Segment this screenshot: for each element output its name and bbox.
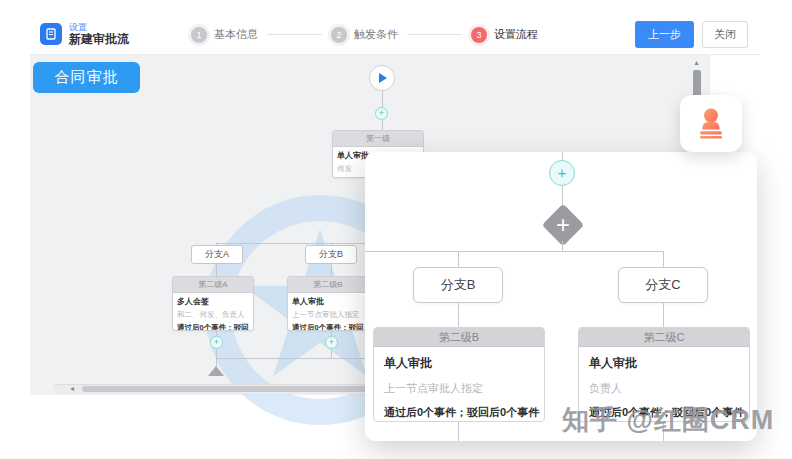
play-icon [379,73,387,83]
stamp-icon [693,106,729,142]
step-set-flow[interactable]: 3 设置流程 [471,27,538,43]
flow-name-badge: 合同审批 [33,62,140,93]
node-card-level2b[interactable]: 第二级B 单人审批 上一节点审批人指定 通过后0个事件；驳回后0个事件 [373,327,545,422]
add-node-button[interactable]: + [325,336,338,349]
previous-step-button[interactable]: 上一步 [635,21,694,48]
app-identity: 设置 新建审批流 [40,22,129,46]
plus-icon: + [556,213,570,237]
add-node-button[interactable]: + [549,160,575,186]
branch-line [216,243,370,244]
node-card-level2a[interactable]: 第二级A 多人会签 和二、何发、负责人 通过后0个事件；驳回后0个事件 [172,276,254,331]
approver: 和二、何发、负责人 [177,310,249,320]
topbar-buttons: 上一步 关闭 [635,21,748,48]
connector-line [331,264,332,276]
node-card-level2b[interactable]: 第二级B 单人审批 上一节点审批人指定 通过后0个事件；驳回后0个事件 [287,276,369,331]
connector-line [562,152,563,160]
approver: 负责人 [589,381,739,396]
step-number: 1 [191,27,207,43]
connector-line [663,303,664,327]
connector-line [458,251,459,267]
topbar: 设置 新建审批流 1 基本信息 2 触发条件 3 设置流程 上一步 关闭 [30,15,760,55]
add-node-button[interactable]: + [210,336,223,349]
events-summary: 通过后0个事件；驳回后0个事件 [292,323,364,331]
branch-line [365,251,664,252]
step-label: 设置流程 [494,27,538,42]
connector-line [382,120,383,130]
step-trigger-condition[interactable]: 2 触发条件 [331,27,398,43]
step-number: 2 [331,27,347,43]
connector-line [458,303,459,327]
branch-node-a[interactable]: 分支A [191,245,243,264]
stamp-card [680,95,742,152]
node-card-header: 第二级A [173,277,253,293]
connector-line [458,422,459,441]
step-label: 基本信息 [214,27,258,42]
step-connector [407,34,462,35]
app-icon [40,23,62,45]
approval-type: 多人会签 [177,296,249,307]
step-connector [267,34,322,35]
connector-line [382,91,383,107]
start-node[interactable] [369,65,395,91]
approver: 上一节点审批人指定 [292,310,364,320]
branch-node-b[interactable]: 分支B [305,245,357,264]
step-indicator: 1 基本信息 2 触发条件 3 设置流程 [191,27,538,43]
end-node-icon [208,366,224,376]
page-title: 新建审批流 [69,33,129,47]
connector-line [663,251,664,267]
watermark-text: 知乎 @红圈CRM [562,402,774,438]
node-card-header: 第一级 [333,131,423,147]
approval-type: 单人审批 [292,296,364,307]
node-card-header: 第二级C [579,328,749,347]
step-basic-info[interactable]: 1 基本信息 [191,27,258,43]
merge-line [216,358,370,359]
add-node-button[interactable]: + [375,107,388,120]
step-number: 3 [471,27,487,43]
page: 设置 新建审批流 1 基本信息 2 触发条件 3 设置流程 上一步 关闭 [0,0,792,459]
node-card-header: 第二级B [288,277,368,293]
approver: 上一节点审批人指定 [384,381,534,396]
step-label: 触发条件 [354,27,398,42]
connector-line [216,349,217,358]
branch-node-b[interactable]: 分支B [413,267,503,303]
approval-type: 单人审批 [384,355,534,372]
scroll-up-arrow[interactable]: ▴ [690,57,703,69]
condition-branch-node[interactable]: + [542,204,584,246]
connector-line [216,264,217,276]
scroll-left-arrow[interactable]: ◂ [66,384,78,394]
connector-line [331,349,332,358]
branch-node-c[interactable]: 分支C [618,267,708,303]
events-summary: 通过后0个事件；驳回后0个事件 [177,323,249,331]
approval-type: 单人审批 [589,355,739,372]
node-card-header: 第二级B [374,328,544,347]
connector-line [216,358,217,366]
zoom-overlay-panel: + + 分支B 分支C 第二级B 单人审批 上一节点审批人指定 通过后0个事件；… [365,152,757,441]
close-button[interactable]: 关闭 [702,21,748,48]
events-summary: 通过后0个事件；驳回后0个事件 [384,405,534,420]
